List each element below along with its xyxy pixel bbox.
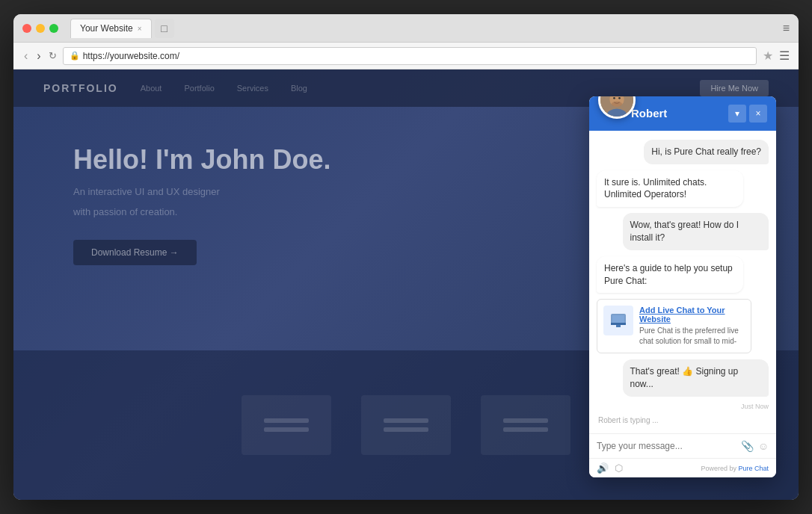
chat-message-3: Wow, that's great! How do I install it?	[623, 213, 769, 250]
website-nav-portfolio: Portfolio	[184, 84, 214, 93]
tab-area: Your Website × □	[70, 19, 777, 38]
bookmark-icon[interactable]: ★	[763, 49, 773, 63]
card-line	[264, 418, 309, 423]
browser-window: Your Website × □ ≡ ‹ › ↻ 🔒 https://yourw…	[13, 14, 799, 500]
card-line	[503, 418, 548, 423]
card-line	[264, 427, 309, 432]
chat-agent-name: Robert	[631, 107, 667, 120]
chat-message-text: It sure is. Unlimited chats. Unlimited O…	[604, 177, 707, 200]
link-thumbnail	[603, 306, 633, 335]
website-hero: Hello! I'm John Doe. An interactive UI a…	[73, 144, 331, 265]
chat-message-text: That's great! 👍 Signing up now...	[630, 366, 739, 389]
traffic-lights	[22, 24, 58, 33]
website-nav-about: About	[141, 84, 162, 93]
chat-widget: Robert ▾ × Hi, is Pure Chat really free?…	[589, 96, 776, 477]
website-hire-btn: Hire Me Now	[700, 80, 769, 96]
refresh-button[interactable]: ↻	[49, 50, 57, 61]
chat-message-text: Hi, is Pure Chat really free?	[651, 146, 761, 157]
chat-link-card[interactable]: Add Live Chat to Your Website Pure Chat …	[597, 299, 751, 353]
url-bar[interactable]: 🔒 https://yourwebsite.com/	[63, 47, 757, 65]
maximize-button[interactable]	[49, 24, 58, 33]
back-button[interactable]: ‹	[22, 48, 29, 64]
tab-title: Your Website	[80, 23, 133, 34]
website-hero-line2: with passion of creation.	[73, 205, 331, 220]
card-line	[384, 427, 428, 432]
powered-by-text: Powered by	[701, 465, 738, 472]
hamburger-menu-icon[interactable]: ☰	[779, 49, 790, 63]
attach-icon[interactable]: 📎	[741, 440, 754, 452]
website-card-2	[361, 395, 451, 455]
website-hero-title: Hello! I'm John Doe.	[73, 144, 331, 176]
chat-footer: 🔊 ⬡ Powered by Pure Chat	[589, 458, 776, 477]
website-card-1	[242, 395, 331, 455]
browser-tab[interactable]: Your Website ×	[70, 19, 152, 38]
powered-by-link[interactable]: Pure Chat	[738, 465, 769, 472]
svg-point-5	[612, 102, 622, 107]
browser-menu-icon: ≡	[783, 22, 790, 35]
chat-message-1: Hi, is Pure Chat really free?	[644, 140, 769, 164]
svg-point-4	[618, 97, 621, 99]
chat-header: Robert ▾ ×	[589, 96, 776, 131]
chat-messages: Hi, is Pure Chat really free? It sure is…	[589, 131, 776, 433]
title-bar: Your Website × □ ≡	[13, 14, 799, 43]
chat-message-2: It sure is. Unlimited chats. Unlimited O…	[597, 170, 743, 208]
chat-input[interactable]	[597, 441, 736, 451]
lock-icon: 🔒	[70, 51, 80, 61]
chat-timestamp: Just Now	[741, 403, 769, 410]
forward-button[interactable]: ›	[35, 48, 42, 64]
website-nav-blog: Blog	[291, 84, 307, 93]
minimize-button[interactable]	[36, 24, 45, 33]
chat-message-4: Here's a guide to help you setup Pure Ch…	[597, 256, 743, 294]
chat-footer-icons: 🔊 ⬡	[597, 462, 623, 474]
new-tab-button[interactable]: □	[155, 19, 174, 38]
chat-header-actions: ▾ ×	[728, 105, 767, 123]
website-logo: PORTFOLIO	[43, 82, 118, 94]
popup-icon[interactable]: ⬡	[615, 462, 623, 474]
svg-rect-9	[611, 323, 626, 325]
close-button[interactable]	[22, 24, 31, 33]
typing-indicator: Robert is typing ...	[597, 416, 659, 424]
chat-minimize-button[interactable]: ▾	[728, 105, 746, 123]
website-content: PORTFOLIO About Portfolio Services Blog …	[13, 69, 799, 500]
svg-point-3	[613, 97, 615, 99]
chat-message-text: Wow, that's great! How do I install it?	[630, 220, 739, 243]
link-title[interactable]: Add Live Chat to Your Website	[639, 306, 745, 323]
address-bar: ‹ › ↻ 🔒 https://yourwebsite.com/ ★ ☰	[13, 43, 799, 69]
svg-rect-10	[616, 325, 621, 327]
website-download-btn: Download Resume →	[73, 240, 197, 265]
chat-input-area: 📎 ☺	[589, 433, 776, 458]
website-card-3	[481, 395, 570, 455]
tab-close-button[interactable]: ×	[138, 25, 142, 33]
sound-icon[interactable]: 🔊	[597, 462, 609, 474]
chat-message-text: Here's a guide to help you setup Pure Ch…	[604, 263, 733, 286]
chat-close-button[interactable]: ×	[749, 105, 767, 123]
website-nav-services: Services	[237, 84, 268, 93]
svg-rect-8	[612, 315, 624, 323]
website-hero-line1: An interactive UI and UX designer	[73, 185, 331, 200]
link-description: Pure Chat is the preferred live chat sol…	[639, 326, 745, 347]
card-line	[503, 427, 548, 432]
avatar	[598, 96, 636, 119]
card-line	[384, 418, 428, 423]
powered-by-label: Powered by Pure Chat	[701, 465, 769, 472]
emoji-icon[interactable]: ☺	[758, 440, 769, 452]
link-content: Add Live Chat to Your Website Pure Chat …	[639, 306, 745, 347]
url-text: https://yourwebsite.com/	[83, 51, 179, 61]
chat-message-6: That's great! 👍 Signing up now...	[623, 359, 769, 397]
